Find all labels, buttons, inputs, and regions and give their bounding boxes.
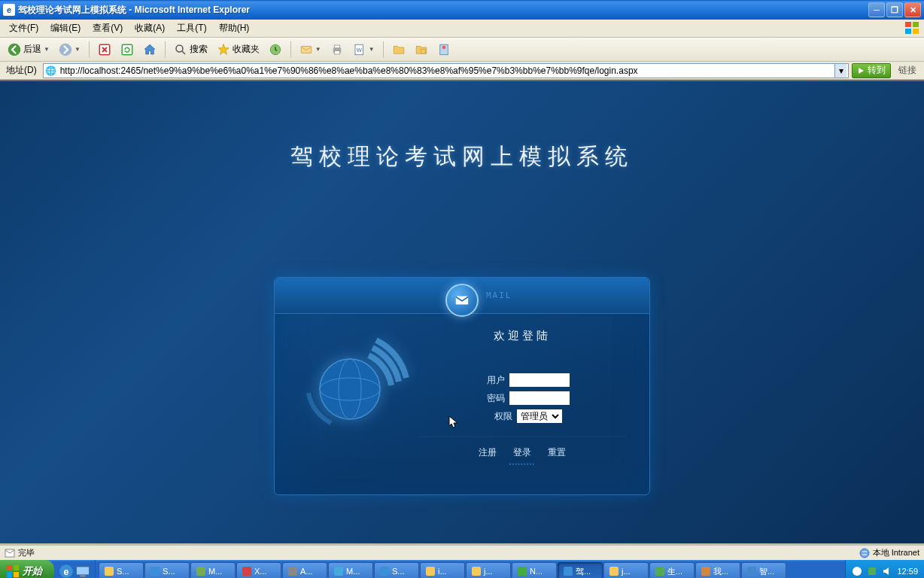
svg-rect-13: [334, 50, 340, 54]
ie-favicon: e: [3, 4, 15, 16]
refresh-button[interactable]: [117, 41, 137, 59]
print-button[interactable]: [327, 41, 347, 59]
reset-button[interactable]: 重置: [542, 445, 572, 461]
menu-bar: 文件(F) 编辑(E) 查看(V) 收藏(A) 工具(T) 帮助(H): [0, 20, 924, 38]
edit-button[interactable]: W▼: [350, 41, 378, 59]
url-dropdown[interactable]: ▾: [834, 64, 846, 78]
zone-icon: [859, 548, 870, 558]
svg-rect-43: [564, 567, 573, 576]
search-button[interactable]: 搜索: [171, 41, 211, 59]
taskbar-item[interactable]: M...: [328, 562, 373, 578]
svg-point-4: [8, 43, 21, 56]
page-viewport: 驾校理论考试网上模拟系统 MAIL: [0, 80, 924, 545]
folder-icon-1[interactable]: [389, 41, 409, 59]
address-bar: 地址(D) 🌐 ▾ 转到 链接: [0, 62, 924, 80]
stop-button[interactable]: [95, 41, 114, 59]
taskbar-item[interactable]: S...: [374, 562, 419, 578]
svg-rect-49: [868, 567, 876, 575]
menu-favorites[interactable]: 收藏(A): [129, 20, 171, 36]
favorites-button[interactable]: 收藏夹: [214, 41, 263, 59]
taskbar-item[interactable]: 我...: [695, 562, 740, 578]
taskbar-item[interactable]: 驾...: [558, 562, 603, 578]
mail-icon: [445, 284, 479, 317]
login-button[interactable]: 登录: [507, 445, 537, 461]
minimize-button[interactable]: ─: [868, 2, 885, 17]
menu-help[interactable]: 帮助(H): [213, 20, 256, 36]
svg-point-48: [853, 567, 862, 576]
taskbar: 开始 e S...S...M...X...A...M...S...i...j..…: [0, 560, 924, 578]
svg-rect-26: [14, 565, 19, 570]
close-button[interactable]: ✕: [904, 2, 921, 17]
mail-button[interactable]: ▼: [296, 41, 324, 59]
system-tray[interactable]: 12:59: [845, 560, 924, 578]
taskbar-item[interactable]: j...: [466, 562, 511, 578]
clock[interactable]: 12:59: [897, 567, 918, 576]
menu-edit[interactable]: 编辑(E): [44, 20, 87, 36]
menu-file[interactable]: 文件(F): [3, 20, 44, 36]
svg-rect-41: [472, 567, 481, 576]
panel-header: MAIL: [275, 278, 649, 314]
svg-rect-32: [80, 575, 86, 577]
taskbar-item[interactable]: 智...: [741, 562, 786, 578]
svg-point-18: [442, 45, 445, 49]
password-label: 密码: [475, 392, 505, 405]
ql-ie-icon[interactable]: e: [59, 564, 74, 578]
svg-rect-33: [105, 567, 114, 576]
maximize-button[interactable]: ❐: [886, 2, 903, 17]
ql-desktop-icon[interactable]: [75, 564, 90, 578]
svg-rect-42: [518, 567, 527, 576]
taskbar-item[interactable]: M...: [190, 562, 236, 578]
svg-rect-1: [913, 22, 919, 27]
taskbar-item[interactable]: X...: [236, 562, 281, 578]
svg-rect-45: [655, 567, 664, 576]
taskbar-item[interactable]: j...: [603, 562, 649, 578]
role-label: 权限: [482, 410, 512, 423]
menu-view[interactable]: 查看(V): [87, 20, 129, 36]
tool-icon[interactable]: [434, 41, 454, 59]
tray-volume-icon[interactable]: [882, 566, 892, 576]
tray-icon-1[interactable]: [852, 566, 862, 576]
svg-rect-35: [196, 567, 205, 576]
username-input[interactable]: [509, 373, 570, 387]
taskbar-item[interactable]: N...: [512, 562, 557, 578]
status-text: 完毕: [18, 547, 35, 558]
svg-rect-7: [122, 44, 132, 55]
register-button[interactable]: 注册: [473, 445, 503, 461]
taskbar-item[interactable]: i...: [420, 562, 465, 578]
svg-rect-44: [609, 567, 619, 576]
zone-text: 本地 Intranet: [873, 547, 919, 558]
history-button[interactable]: [266, 41, 285, 59]
svg-point-8: [176, 45, 183, 52]
svg-rect-37: [288, 567, 297, 576]
start-button[interactable]: 开始: [0, 560, 54, 578]
url-box[interactable]: 🌐 ▾: [43, 63, 849, 78]
password-input[interactable]: [509, 391, 570, 405]
svg-rect-3: [913, 29, 919, 34]
svg-rect-34: [150, 567, 160, 576]
go-button[interactable]: 转到: [852, 63, 891, 78]
taskbar-item[interactable]: A...: [282, 562, 327, 578]
role-select[interactable]: 管理员: [517, 409, 562, 423]
taskbar-item[interactable]: S...: [144, 562, 190, 578]
login-form: 欢迎登陆 用户 密码 权限 管理员 注册 登录: [410, 329, 627, 467]
tray-icon-2[interactable]: [867, 566, 877, 576]
folder-icon-2[interactable]: [412, 41, 431, 59]
window-title: 驾校理论考试网上模拟系统 - Microsoft Internet Explor…: [18, 4, 868, 17]
panel-decoration: ▪▪▪▪▪▪▪▪▪: [418, 461, 627, 467]
url-input[interactable]: [60, 65, 831, 76]
svg-rect-36: [242, 567, 251, 576]
forward-button[interactable]: ▼: [56, 41, 84, 59]
done-icon: [5, 548, 15, 558]
links-label[interactable]: 链接: [894, 64, 921, 77]
svg-rect-10: [301, 46, 312, 53]
back-button[interactable]: 后退 ▼: [5, 41, 53, 59]
svg-rect-46: [701, 567, 710, 576]
address-label: 地址(D): [3, 64, 40, 77]
menu-tools[interactable]: 工具(T): [171, 20, 212, 36]
taskbar-item[interactable]: S...: [99, 562, 144, 578]
quick-launch: e: [54, 560, 96, 578]
taskbar-item[interactable]: 生...: [649, 562, 695, 578]
home-button[interactable]: [140, 41, 160, 59]
svg-rect-38: [334, 567, 343, 576]
user-label: 用户: [475, 374, 505, 387]
